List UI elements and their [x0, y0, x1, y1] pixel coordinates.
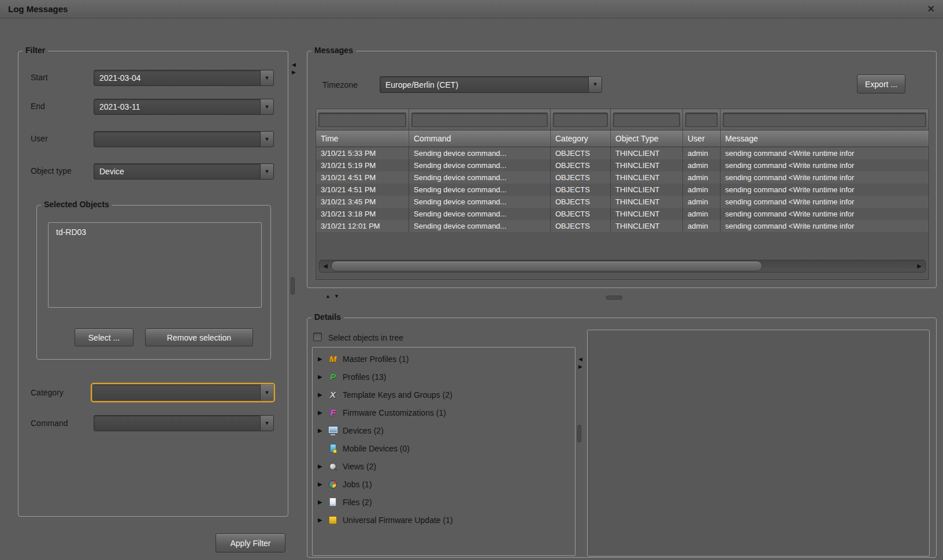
tree-splitter-collapse-left-icon[interactable]: ◀	[578, 357, 582, 362]
table-cell: admin	[683, 208, 721, 220]
details-text-area[interactable]	[587, 330, 930, 557]
scroll-left-button[interactable]: ◀	[320, 260, 331, 272]
select-objects-in-tree-checkbox[interactable]	[313, 333, 322, 341]
template-keys-icon: X	[327, 390, 339, 400]
table-row[interactable]: 3/10/21 3:18 PMSending device command...…	[316, 208, 929, 220]
expand-arrow-icon[interactable]: ▶	[318, 391, 327, 398]
tree-item-label: Template Keys and Groups (2)	[343, 390, 452, 400]
tree-item-profiles[interactable]: ▶PProfiles (13)	[313, 368, 575, 386]
column-header-user[interactable]: User	[683, 130, 721, 147]
object-type-dropdown-button[interactable]: ▼	[260, 164, 273, 179]
list-item[interactable]: td-RD03	[49, 223, 261, 241]
splitter-collapse-left-icon[interactable]: ◀	[292, 62, 296, 68]
category-label: Category	[31, 388, 64, 397]
table-cell: sending command <Write runtime infor	[721, 208, 929, 220]
apply-filter-button[interactable]: Apply Filter	[216, 533, 285, 552]
table-cell: sending command <Write runtime infor	[721, 184, 929, 196]
end-date-value: 2021-03-11	[94, 99, 260, 114]
column-header-command[interactable]: Command	[409, 130, 551, 147]
close-icon[interactable]: ✕	[927, 3, 935, 14]
expand-arrow-icon[interactable]: ▶	[318, 517, 327, 523]
tree-item-universal-firmware-update[interactable]: ▶Universal Firmware Update (1)	[313, 511, 575, 529]
user-dropdown-button[interactable]: ▼	[260, 132, 273, 147]
user-combo[interactable]: ▼	[94, 131, 274, 147]
table-row[interactable]: 3/10/21 3:45 PMSending device command...…	[316, 196, 929, 208]
table-row[interactable]: 3/10/21 12:01 PMSending device command..…	[316, 220, 929, 232]
splitter-expand-right-icon[interactable]: ▶	[292, 70, 296, 75]
vertical-splitter-grip[interactable]	[291, 277, 295, 294]
table-cell: THINCLIENT	[611, 159, 683, 171]
table-row[interactable]: 3/10/21 4:51 PMSending device command...…	[316, 184, 929, 196]
table-row[interactable]: 3/10/21 5:19 PMSending device command...…	[316, 159, 929, 171]
table-cell: THINCLIENT	[611, 184, 683, 196]
remove-selection-button[interactable]: Remove selection	[145, 328, 253, 346]
table-cell: OBJECTS	[551, 196, 611, 208]
horizontal-scrollbar[interactable]: ◀ ▶	[319, 260, 926, 272]
table-cell: THINCLIENT	[611, 196, 683, 208]
log-messages-window: Log Messages ✕ Filter Start 2021-03-04 ▼…	[0, 0, 943, 560]
column-header-message[interactable]: Message	[721, 130, 929, 147]
firmware-customizations-icon: F	[327, 408, 339, 418]
tree-item-label: Views (2)	[343, 462, 376, 471]
start-date-input[interactable]: 2021-03-04 ▼	[94, 70, 274, 86]
tree-item-master-profiles[interactable]: ▶MMaster Profiles (1)	[313, 350, 575, 368]
views-icon	[327, 461, 339, 472]
master-profiles-icon: M	[327, 354, 339, 364]
table-row[interactable]: 3/10/21 5:33 PMSending device command...…	[316, 147, 929, 159]
timezone-dropdown-button[interactable]: ▼	[588, 77, 602, 92]
timezone-combo[interactable]: Europe/Berlin (CET) ▼	[380, 76, 602, 93]
scroll-right-button[interactable]: ▶	[914, 260, 925, 272]
tree-item-jobs[interactable]: ▶Jobs (1)	[313, 475, 575, 493]
command-combo[interactable]: ▼	[94, 415, 274, 431]
category-dropdown-button[interactable]: ▼	[260, 384, 273, 401]
object-type-combo[interactable]: Device ▼	[94, 163, 274, 180]
splitter-expand-down-icon[interactable]: ▼	[334, 294, 339, 299]
scrollbar-thumb[interactable]	[331, 261, 762, 271]
column-filter-cell	[721, 109, 929, 130]
horizontal-splitter-grip[interactable]	[606, 296, 622, 300]
filter-panel: Filter Start 2021-03-04 ▼ End 2021-03-11…	[18, 51, 288, 517]
tree-item-firmware-customizations[interactable]: ▶FFirmware Customizations (1)	[313, 404, 575, 421]
column-filter-input[interactable]	[613, 113, 680, 127]
selected-objects-panel: Selected Objects td-RD03 Select ... Remo…	[36, 205, 271, 360]
start-dropdown-button[interactable]: ▼	[260, 70, 273, 85]
table-cell: admin	[683, 147, 721, 159]
splitter-collapse-up-icon[interactable]: ▲	[325, 294, 331, 299]
expand-arrow-icon[interactable]: ▶	[318, 356, 327, 362]
category-combo[interactable]: ▼	[92, 384, 274, 401]
tree-item-files[interactable]: ▶Files (2)	[313, 493, 575, 511]
tree-item-mobile-devices[interactable]: Mobile Devices (0)	[313, 439, 575, 457]
column-header-time[interactable]: Time	[316, 130, 409, 147]
table-row[interactable]: 3/10/21 4:51 PMSending device command...…	[316, 171, 929, 184]
selected-objects-list[interactable]: td-RD03	[48, 222, 262, 308]
messages-filter-row	[316, 109, 929, 130]
expand-arrow-icon[interactable]: ▶	[318, 463, 327, 469]
column-header-category[interactable]: Category	[551, 130, 611, 147]
table-cell: 3/10/21 3:45 PM	[316, 196, 409, 208]
expand-arrow-icon[interactable]: ▶	[318, 499, 327, 505]
files-icon	[327, 497, 339, 507]
tree-splitter-grip[interactable]	[577, 425, 581, 442]
table-cell: admin	[683, 171, 721, 184]
column-filter-input[interactable]	[411, 113, 548, 127]
chevron-down-icon: ▼	[265, 421, 270, 426]
column-filter-input[interactable]	[553, 113, 608, 127]
end-date-input[interactable]: 2021-03-11 ▼	[94, 99, 274, 115]
tree-item-template-keys[interactable]: ▶XTemplate Keys and Groups (2)	[313, 386, 575, 404]
column-filter-input[interactable]	[318, 113, 406, 127]
tree-item-devices[interactable]: ▶Devices (2)	[313, 421, 575, 439]
tree-item-views[interactable]: ▶Views (2)	[313, 457, 575, 475]
tree-splitter-expand-right-icon[interactable]: ▶	[578, 364, 582, 369]
expand-arrow-icon[interactable]: ▶	[318, 481, 327, 487]
end-dropdown-button[interactable]: ▼	[260, 99, 273, 114]
expand-arrow-icon[interactable]: ▶	[318, 374, 327, 380]
column-filter-input[interactable]	[685, 113, 718, 127]
table-cell: Sending device command...	[409, 184, 551, 196]
export-button[interactable]: Export ...	[857, 74, 905, 94]
column-header-object-type[interactable]: Object Type	[611, 130, 683, 147]
select-objects-button[interactable]: Select ...	[75, 328, 133, 346]
expand-arrow-icon[interactable]: ▶	[318, 409, 327, 416]
column-filter-input[interactable]	[723, 113, 926, 127]
command-dropdown-button[interactable]: ▼	[260, 416, 273, 431]
expand-arrow-icon[interactable]: ▶	[318, 427, 327, 434]
